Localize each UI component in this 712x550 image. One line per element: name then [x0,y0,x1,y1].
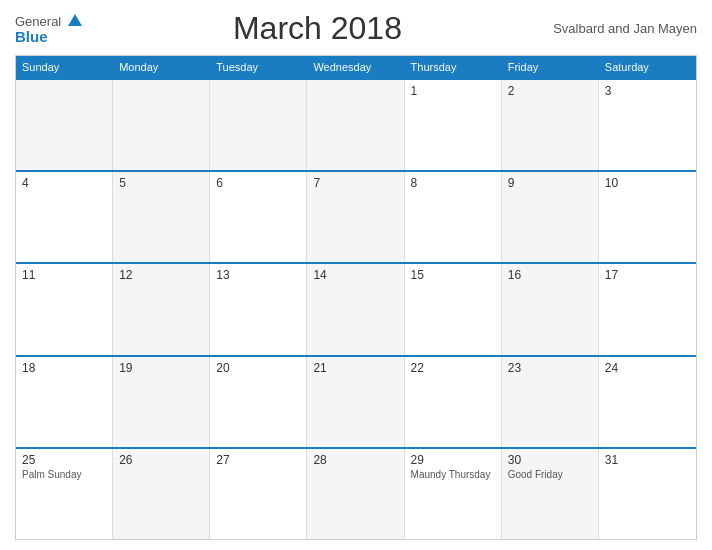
calendar-cell-r1-c0: 4 [16,172,113,262]
day-number: 1 [411,84,495,98]
calendar-cell-r4-c5: 30Good Friday [502,449,599,539]
calendar-cell-r2-c6: 17 [599,264,696,354]
day-number: 22 [411,361,495,375]
logo-triangle-icon [68,14,82,26]
day-number: 25 [22,453,106,467]
calendar-row-0: 123 [16,78,696,170]
day-event: Palm Sunday [22,469,106,480]
calendar-cell-r4-c3: 28 [307,449,404,539]
calendar-cell-r0-c0 [16,80,113,170]
day-number: 4 [22,176,106,190]
calendar-row-2: 11121314151617 [16,262,696,354]
calendar-cell-r0-c4: 1 [405,80,502,170]
day-number: 3 [605,84,690,98]
logo: General Blue [15,13,82,44]
day-number: 15 [411,268,495,282]
calendar-cell-r3-c0: 18 [16,357,113,447]
day-number: 5 [119,176,203,190]
day-number: 30 [508,453,592,467]
calendar-cell-r0-c3 [307,80,404,170]
calendar-cell-r4-c2: 27 [210,449,307,539]
day-number: 9 [508,176,592,190]
calendar-cell-r2-c2: 13 [210,264,307,354]
calendar-cell-r2-c5: 16 [502,264,599,354]
calendar: Sunday Monday Tuesday Wednesday Thursday… [15,55,697,540]
day-number: 6 [216,176,300,190]
day-number: 13 [216,268,300,282]
day-event: Maundy Thursday [411,469,495,480]
day-number: 7 [313,176,397,190]
calendar-cell-r3-c4: 22 [405,357,502,447]
calendar-cell-r3-c6: 24 [599,357,696,447]
calendar-cell-r2-c1: 12 [113,264,210,354]
weekday-wednesday: Wednesday [307,56,404,78]
calendar-cell-r3-c5: 23 [502,357,599,447]
weekday-saturday: Saturday [599,56,696,78]
calendar-cell-r4-c4: 29Maundy Thursday [405,449,502,539]
calendar-cell-r2-c4: 15 [405,264,502,354]
day-number: 31 [605,453,690,467]
logo-general-text: General [15,14,61,29]
weekday-thursday: Thursday [405,56,502,78]
calendar-body: 1234567891011121314151617181920212223242… [16,78,696,539]
day-number: 17 [605,268,690,282]
calendar-cell-r1-c3: 7 [307,172,404,262]
day-number: 8 [411,176,495,190]
calendar-cell-r4-c6: 31 [599,449,696,539]
day-number: 12 [119,268,203,282]
day-number: 29 [411,453,495,467]
calendar-cell-r3-c3: 21 [307,357,404,447]
calendar-cell-r3-c1: 19 [113,357,210,447]
page: General Blue March 2018 Svalbard and Jan… [0,0,712,550]
calendar-cell-r4-c0: 25Palm Sunday [16,449,113,539]
logo-general: General [15,13,82,29]
weekday-tuesday: Tuesday [210,56,307,78]
calendar-row-4: 25Palm Sunday26272829Maundy Thursday30Go… [16,447,696,539]
calendar-cell-r2-c0: 11 [16,264,113,354]
header: General Blue March 2018 Svalbard and Jan… [15,10,697,47]
day-event: Good Friday [508,469,592,480]
day-number: 23 [508,361,592,375]
calendar-cell-r1-c5: 9 [502,172,599,262]
calendar-cell-r3-c2: 20 [210,357,307,447]
calendar-cell-r1-c1: 5 [113,172,210,262]
day-number: 28 [313,453,397,467]
calendar-cell-r0-c1 [113,80,210,170]
day-number: 24 [605,361,690,375]
calendar-cell-r1-c6: 10 [599,172,696,262]
weekday-monday: Monday [113,56,210,78]
calendar-row-1: 45678910 [16,170,696,262]
day-number: 27 [216,453,300,467]
day-number: 19 [119,361,203,375]
weekday-friday: Friday [502,56,599,78]
day-number: 16 [508,268,592,282]
day-number: 18 [22,361,106,375]
calendar-title: March 2018 [82,10,553,47]
day-number: 11 [22,268,106,282]
calendar-cell-r2-c3: 14 [307,264,404,354]
weekday-sunday: Sunday [16,56,113,78]
calendar-row-3: 18192021222324 [16,355,696,447]
day-number: 2 [508,84,592,98]
logo-blue-text: Blue [15,29,82,44]
calendar-cell-r1-c2: 6 [210,172,307,262]
region-label: Svalbard and Jan Mayen [553,21,697,36]
day-number: 21 [313,361,397,375]
day-number: 14 [313,268,397,282]
calendar-cell-r1-c4: 8 [405,172,502,262]
calendar-cell-r0-c2 [210,80,307,170]
day-number: 26 [119,453,203,467]
calendar-cell-r4-c1: 26 [113,449,210,539]
calendar-header: Sunday Monday Tuesday Wednesday Thursday… [16,56,696,78]
day-number: 10 [605,176,690,190]
calendar-cell-r0-c6: 3 [599,80,696,170]
calendar-cell-r0-c5: 2 [502,80,599,170]
day-number: 20 [216,361,300,375]
